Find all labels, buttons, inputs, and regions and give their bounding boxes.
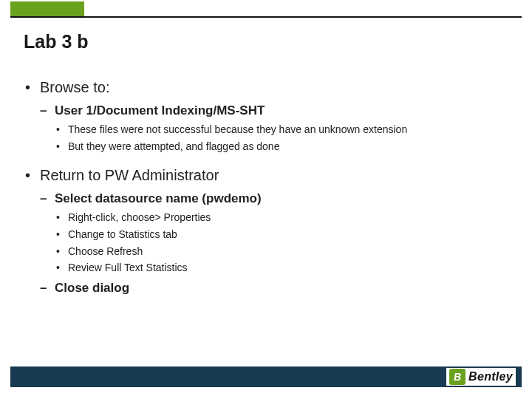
- bullet-text: But they were attempted, and flagged as …: [68, 140, 279, 152]
- list-item: Change to Statistics tab: [55, 228, 508, 242]
- content-area: Lab 3 b Browse to: User 1/Document Index…: [24, 31, 508, 303]
- logo-mark-letter: B: [454, 371, 461, 383]
- list-item: Choose Refresh: [55, 245, 508, 259]
- slide: Lab 3 b Browse to: User 1/Document Index…: [0, 0, 532, 399]
- footer-bar: [10, 366, 522, 387]
- bullet-text: Right-click, choose> Properties: [68, 211, 211, 223]
- bullet-text: Browse to:: [40, 79, 109, 95]
- bullet-text: Review Full Text Statistics: [68, 262, 188, 273]
- bullet-text: User 1/Document Indexing/MS-SHT: [55, 103, 265, 117]
- accent-bar: [10, 1, 84, 16]
- top-rule: [10, 16, 522, 18]
- bullet-list: Browse to: User 1/Document Indexing/MS-S…: [24, 79, 508, 296]
- list-item: Select datasource name (pwdemo) Right-cl…: [40, 191, 508, 276]
- bullet-text: These files were not successful because …: [68, 123, 407, 135]
- list-item: User 1/Document Indexing/MS-SHT These fi…: [40, 103, 508, 154]
- bullet-text: Select datasource name (pwdemo): [55, 191, 262, 205]
- list-item: These files were not successful because …: [55, 123, 508, 137]
- list-item: Return to PW Administrator Select dataso…: [24, 167, 508, 296]
- bullet-text: Choose Refresh: [68, 245, 143, 257]
- slide-title: Lab 3 b: [24, 31, 508, 52]
- list-item: But they were attempted, and flagged as …: [55, 140, 508, 154]
- logo-text: Bentley: [468, 370, 513, 383]
- list-item: Review Full Text Statistics: [55, 261, 508, 275]
- bullet-text: Close dialog: [55, 281, 129, 295]
- list-item: Close dialog: [40, 281, 508, 296]
- bullet-text: Change to Statistics tab: [68, 228, 177, 240]
- list-item: Right-click, choose> Properties: [55, 211, 508, 225]
- logo-mark-icon: B: [449, 369, 466, 385]
- list-item: Browse to: User 1/Document Indexing/MS-S…: [24, 79, 508, 154]
- bullet-text: Return to PW Administrator: [40, 167, 219, 183]
- brand-logo: B Bentley: [446, 368, 516, 386]
